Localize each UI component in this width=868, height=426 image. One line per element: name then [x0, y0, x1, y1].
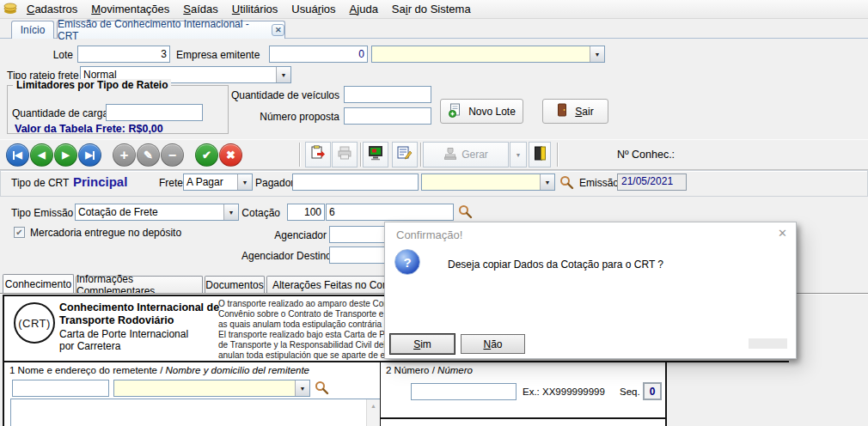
chevron-down-icon[interactable]: ▼ — [295, 380, 309, 396]
qtd-veiculos-input[interactable] — [344, 86, 431, 103]
tab-inicio[interactable]: Início — [11, 21, 54, 39]
dialog-message: Deseja copiar Dados da Cotação para o CR… — [448, 259, 663, 271]
chevron-down-icon[interactable]: ▼ — [223, 204, 238, 220]
scroll-up-icon[interactable]: ▲ — [367, 399, 380, 412]
numero-exemplo-label: Ex.: XX999999999 — [523, 386, 605, 397]
memo-scrollbar[interactable]: ▲ — [366, 399, 380, 426]
search-icon[interactable] — [559, 175, 574, 193]
tipo-emissao-combo[interactable]: Cotação de Frete ▼ — [75, 204, 239, 221]
preview-screen-button[interactable] — [363, 142, 388, 167]
tab-conhecimento[interactable]: Conhecimento — [3, 274, 74, 293]
remetente-endereco-memo[interactable]: ▲ — [10, 399, 381, 426]
question-icon: ? — [394, 249, 420, 275]
toolbar-separator — [420, 143, 421, 167]
confirmation-dialog: Confirmação! ✕ ? Deseja copiar Dados da … — [384, 222, 797, 359]
empresa-combo-value — [372, 46, 590, 62]
print-crt-button[interactable] — [305, 142, 331, 167]
empresa-combo[interactable]: ▼ — [371, 46, 605, 63]
chevron-down-icon[interactable]: ▼ — [540, 174, 554, 190]
numero-cell: 2 Número / Número Ex.: XX999999999 Seq. … — [381, 362, 667, 426]
menu-saidas[interactable]: Saídas — [176, 0, 224, 19]
crt-logo: (CRT) — [14, 302, 55, 344]
edit-document-button[interactable] — [392, 142, 418, 167]
close-icon[interactable]: ✕ — [778, 227, 787, 240]
exit-toolbar-button[interactable] — [529, 142, 551, 167]
agenciador-label: Agenciador — [262, 229, 327, 241]
pagador-combo[interactable]: ▼ — [421, 173, 555, 191]
delete-record-button[interactable]: − — [161, 143, 184, 167]
add-record-button[interactable]: + — [113, 143, 136, 167]
tab-informacoes-complementares[interactable]: Informações Complementares — [76, 276, 203, 293]
numero-input[interactable] — [411, 383, 517, 400]
menu-movimentacoes[interactable]: Movimentações — [84, 0, 176, 19]
remetente-combo[interactable]: ▼ — [113, 380, 310, 397]
printer-button[interactable] — [332, 142, 358, 167]
chevron-down-icon[interactable]: ▼ — [590, 46, 604, 62]
gerar-button[interactable]: Gerar — [423, 142, 509, 167]
frete-value: A Pagar — [184, 174, 237, 190]
n-conhec-label: Nº Conhec.: — [617, 149, 675, 161]
menu-sair-do-sistema[interactable]: Sair do Sistema — [385, 0, 478, 19]
seq-label: Seq. — [620, 386, 640, 397]
novo-lote-label: Novo Lote — [468, 106, 516, 118]
cotacao-codigo-input[interactable] — [287, 204, 325, 221]
menu-usuarios[interactable]: Usuários — [284, 0, 342, 19]
mercadoria-checkbox-label: Mercadoria entregue no depósito — [30, 227, 181, 239]
nao-button[interactable]: Não — [461, 334, 525, 354]
lote-input[interactable] — [77, 46, 170, 63]
novo-lote-button[interactable]: Novo Lote — [440, 99, 523, 124]
remetente-combo-value — [114, 380, 295, 396]
nav-first-button[interactable]: ◀ — [6, 143, 29, 167]
qtd-veiculos-label: Quantidade de veículos — [230, 89, 339, 101]
sair-button[interactable]: Sair — [542, 99, 608, 124]
sim-button[interactable]: Sim — [390, 334, 455, 354]
tipo-crt-value: Principal — [73, 174, 127, 189]
mercadoria-checkbox[interactable]: ✔ — [14, 227, 25, 238]
limitadores-title: Limitadores por Tipo de Rateio — [13, 79, 171, 91]
confirm-record-button[interactable]: ✔ — [195, 143, 218, 167]
sair-label: Sair — [575, 106, 593, 118]
frete-label: Frete — [159, 177, 183, 189]
num-proposta-input[interactable] — [344, 107, 431, 125]
app-window: Cadastros Movimentações Saídas Utilitári… — [0, 0, 868, 426]
crt-title: Conhecimento Internacional de Transporte… — [59, 301, 219, 327]
menu-ajuda[interactable]: Ajuda — [343, 0, 385, 19]
nav-next-button[interactable]: ▶ — [54, 143, 77, 167]
search-icon[interactable] — [458, 204, 473, 222]
seq-value-box: 0 — [643, 382, 662, 400]
chevron-down-icon[interactable]: ▼ — [237, 174, 252, 190]
menu-cadastros[interactable]: Cadastros — [20, 0, 84, 19]
nav-prev-button[interactable]: ◀ — [30, 143, 53, 167]
cancel-record-button[interactable]: ✖ — [219, 143, 242, 167]
tab-close-icon[interactable]: ✕ — [272, 24, 284, 36]
dialog-grip — [749, 338, 787, 349]
frete-combo[interactable]: A Pagar ▼ — [183, 173, 253, 191]
exit-door-icon — [534, 146, 547, 164]
search-icon[interactable] — [315, 380, 329, 399]
record-toolbar: ◀ ◀ ▶ ▶ + ✎ − ✔ ✖ — [0, 139, 868, 170]
stamp-icon — [443, 147, 457, 163]
qtd-cargas-input[interactable] — [106, 104, 203, 121]
cotacao-numero-input[interactable] — [326, 204, 454, 221]
pagador-input[interactable] — [292, 173, 419, 191]
gerar-dropdown-button[interactable]: ▼ — [510, 142, 527, 167]
edit-record-button[interactable]: ✎ — [137, 143, 160, 167]
menu-utilitarios[interactable]: Utilitários — [225, 0, 284, 19]
empresa-emitente-input[interactable] — [269, 46, 368, 63]
monitor-icon — [368, 145, 383, 164]
qtd-cargas-label: Quantidade de cargas — [12, 107, 113, 119]
tab-emissao-crt[interactable]: Emissão de Conhecimento Internacional - … — [57, 21, 285, 39]
toolbar-separator — [299, 143, 300, 167]
valor-tabela-frete-label: Valor da Tabela Frete: R$0,00 — [15, 123, 163, 135]
nav-last-button[interactable]: ▶ — [78, 143, 101, 167]
app-icon — [3, 1, 17, 17]
document-pencil-icon — [397, 145, 413, 164]
tab-documentos[interactable]: Documentos — [205, 276, 265, 293]
printer-icon — [337, 145, 352, 164]
remetente-codigo-input[interactable] — [12, 380, 109, 397]
tipo-emissao-value: Cotação de Frete — [76, 204, 223, 220]
tab-emissao-crt-label: Emissão de Conhecimento Internacional - … — [58, 18, 266, 42]
chevron-down-icon[interactable]: ▼ — [276, 67, 290, 82]
toolbar-separator — [360, 143, 361, 167]
agenciador-destino-label: Agenciador Destino — [241, 250, 327, 262]
